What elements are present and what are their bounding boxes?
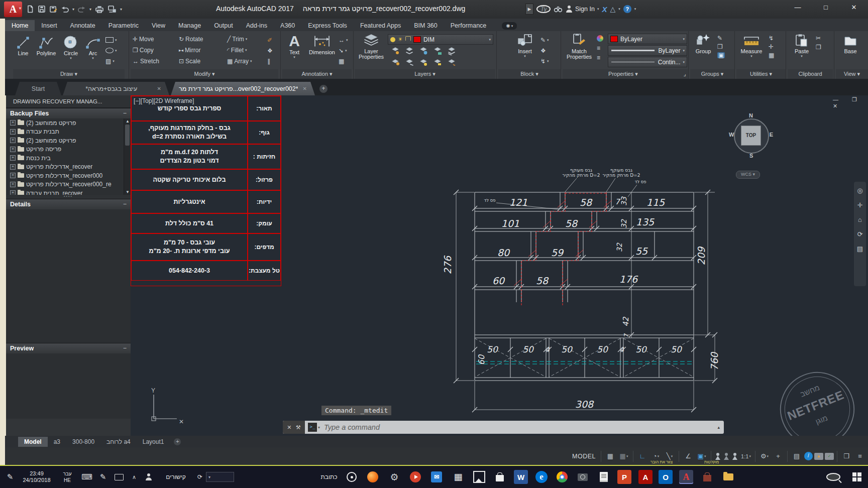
drawing-window-controls[interactable]: — ❐ ✕ xyxy=(833,96,868,109)
quick-calc-icon[interactable]: ▦ xyxy=(769,52,774,58)
expand-icon[interactable]: + xyxy=(10,155,16,161)
save-as-icon[interactable] xyxy=(49,5,57,13)
taskbar-app-firefox[interactable] xyxy=(366,470,380,484)
plot-icon[interactable] xyxy=(95,5,104,13)
isodraft-toggle[interactable]: ╲▾ xyxy=(664,450,676,462)
linetype-combo[interactable]: Contin... ▾ xyxy=(608,57,687,67)
hatch-button[interactable]: ▨▾ xyxy=(105,57,117,65)
taskbar-app-word[interactable]: W xyxy=(514,470,528,484)
tab-insert[interactable]: Insert xyxy=(35,20,63,31)
layer-make-current-icon[interactable] xyxy=(391,57,400,66)
tree-item[interactable]: +בית כנסת xyxy=(6,154,131,163)
viewcube[interactable]: N W E S TOP xyxy=(730,114,772,157)
ortho-toggle[interactable]: ∟ xyxy=(636,450,648,462)
recent-commands-dropdown[interactable]: ▾ xyxy=(318,425,320,430)
wcs-dropdown[interactable]: WCS ▾ xyxy=(736,171,760,179)
annotation-monitor-toggle[interactable]: ∠ xyxy=(682,450,694,462)
grid-display-toggle[interactable]: ▦ xyxy=(604,450,616,462)
match-properties-button[interactable]: Match Properties xyxy=(564,33,595,60)
dimension-button[interactable]: Dimension xyxy=(306,33,338,55)
annotation-scale-icon[interactable] xyxy=(731,452,738,460)
touch-keyboard-icon[interactable]: ⌨ xyxy=(79,466,94,488)
layout-tab-a3[interactable]: a3 xyxy=(48,437,66,447)
rotate-button[interactable]: ↻Rotate xyxy=(179,35,227,43)
group-selection-toggle[interactable]: ▣ xyxy=(717,52,725,58)
details-header[interactable]: Details− xyxy=(6,199,131,209)
zoom-icon[interactable]: ⌂ xyxy=(858,216,862,223)
steering-wheel-icon[interactable]: ◎ xyxy=(857,187,862,194)
notification-pen-icon[interactable]: ✎ xyxy=(3,466,17,488)
clean-screen-toggle[interactable]: ❒ xyxy=(840,450,852,462)
groups-panel-footer[interactable]: Groups ▾ xyxy=(690,69,734,79)
customization-menu[interactable]: ≡ xyxy=(854,450,866,462)
block-panel-footer[interactable]: Block ▾ xyxy=(498,69,561,79)
utilities-panel-footer[interactable]: Utilities ▾ xyxy=(736,69,786,79)
tab-featured-apps[interactable]: Featured Apps xyxy=(354,20,407,31)
redo-icon[interactable] xyxy=(78,5,86,13)
text-button[interactable]: A Text ▾ xyxy=(284,33,304,59)
tree-item[interactable]: +תבנית עבודה_recover xyxy=(6,189,131,195)
tab-bim360[interactable]: BIM 360 xyxy=(407,20,444,31)
taskbar-app-chrome[interactable] xyxy=(555,470,569,484)
erase-brush-icon[interactable]: ✐ xyxy=(267,36,273,44)
scrollbar-thumb[interactable] xyxy=(125,125,130,146)
redo-dropdown[interactable]: ▾ xyxy=(89,7,91,12)
create-block-icon[interactable]: ❖ xyxy=(540,47,549,54)
viewport-controls-label[interactable]: [−][Top][2D Wireframe] xyxy=(134,97,194,104)
annotation-add-button[interactable]: + xyxy=(772,450,784,462)
snap-mode-toggle[interactable]: ▦▾ xyxy=(618,450,630,462)
hardware-acceleration-toggle[interactable]: / xyxy=(804,452,813,460)
taskbar-app-grid[interactable]: ▦ xyxy=(451,470,465,484)
leader-icon[interactable]: ➘▾ xyxy=(339,47,348,54)
collapse-icon[interactable]: − xyxy=(123,199,127,209)
taskbar-search[interactable] xyxy=(826,470,840,484)
taskbar-app-powerpoint[interactable]: P xyxy=(617,470,631,484)
orbit-icon[interactable]: ⟳ xyxy=(857,230,863,238)
showmotion-icon[interactable]: ▤ xyxy=(857,245,863,253)
tree-item[interactable]: +(2) פרויקט ממוחשב xyxy=(6,136,131,145)
tree-item[interactable]: +אדריכלות פרויקט_recover000_re xyxy=(6,180,131,189)
tree-item[interactable]: +(2) פרויקט ממוחשב xyxy=(6,118,131,128)
file-tab-2-active[interactable]: פרויקט גמר דירת מר...over002_recover002*… xyxy=(171,82,315,95)
new-layout-button[interactable]: + xyxy=(174,438,181,445)
palette-title[interactable]: DRAWING RECOVERY MANAG... xyxy=(6,95,131,108)
save-icon[interactable] xyxy=(38,5,46,13)
draw-panel-footer[interactable]: Draw ▾ xyxy=(13,69,125,79)
workspace-settings-gear[interactable]: ⚙▾ xyxy=(758,450,771,462)
file-tab-start[interactable]: Start xyxy=(15,82,61,95)
tab-manage[interactable]: Manage xyxy=(172,20,207,31)
customize-wrench-icon[interactable]: ⚒ xyxy=(296,424,301,431)
tab-view[interactable]: View xyxy=(145,20,172,31)
tree-item[interactable]: +אדריכלות פרויקט_recover xyxy=(6,163,131,172)
layout-tab-layout1[interactable]: Layout1 xyxy=(137,437,170,447)
command-history-toggle[interactable]: ▴ xyxy=(717,425,720,430)
taskbar-app-notepad[interactable] xyxy=(597,470,611,484)
qat-customize-dropdown[interactable]: ▾ xyxy=(120,7,122,12)
color-wheel-icon[interactable] xyxy=(597,35,603,42)
stretch-button[interactable]: ↔Stretch xyxy=(133,57,179,65)
recording-icon[interactable]: ◉ ▾ xyxy=(502,22,517,30)
infocenter-collapse-button[interactable]: ▶ xyxy=(525,4,533,15)
links-toolbar-label[interactable]: קישורים xyxy=(160,466,192,488)
navigation-bar[interactable]: ◎ ✛ ⌂ ⟳ ▤ xyxy=(854,182,866,286)
layer-isolate-icon[interactable] xyxy=(405,46,414,55)
line-button[interactable]: Line xyxy=(13,34,33,56)
show-hidden-icons-chevron[interactable]: ∧ xyxy=(129,466,140,488)
layout-tab-300-800[interactable]: 300-800 xyxy=(66,437,100,447)
model-space-indicator[interactable]: MODEL xyxy=(572,453,596,460)
collapse-icon[interactable]: − xyxy=(123,343,127,353)
layer-match-icon[interactable] xyxy=(447,46,456,55)
lineweight-list-icon[interactable]: ≡ xyxy=(597,45,603,51)
refresh-icon[interactable]: ⟳ xyxy=(195,466,205,488)
layer-off-icon[interactable] xyxy=(391,46,400,55)
isolate-objects-icon[interactable]: ▲ xyxy=(814,453,823,460)
expand-icon[interactable]: + xyxy=(10,173,16,178)
taskbar-app-acrobat[interactable]: A xyxy=(638,470,653,484)
expand-icon[interactable]: + xyxy=(10,129,16,135)
taskbar-clock[interactable]: 23:49 24/10/2018 xyxy=(18,466,55,488)
annotation-panel-footer[interactable]: Annotation ▾ xyxy=(282,69,352,79)
close-tab-icon[interactable]: ✕ xyxy=(303,86,307,91)
exchange-apps-icon[interactable]: X xyxy=(602,5,607,14)
tree-item[interactable]: +תבנית עבודה xyxy=(6,128,131,137)
polar-tracking-toggle[interactable]: ◔▾ xyxy=(650,450,662,462)
